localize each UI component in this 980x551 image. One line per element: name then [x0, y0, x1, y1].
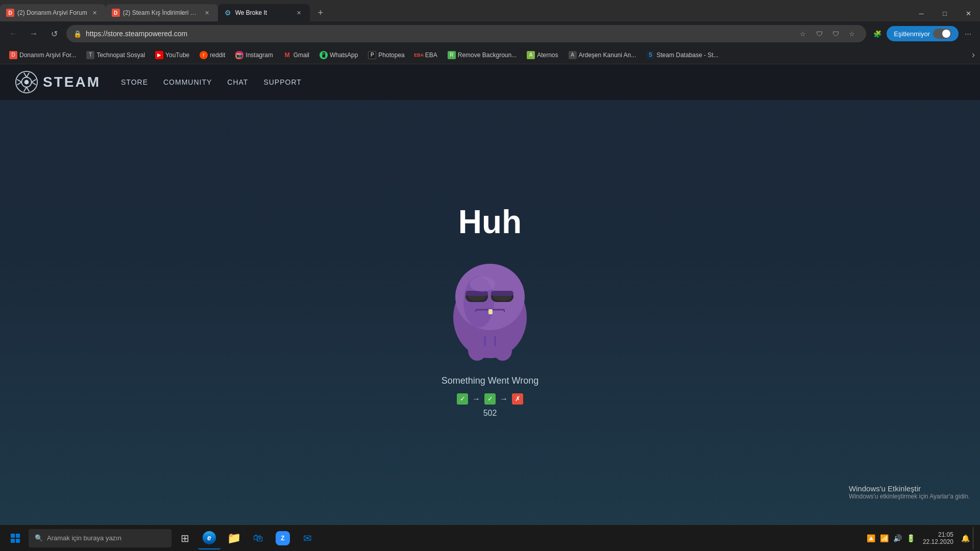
shield2-icon[interactable]: 🛡: [828, 27, 843, 41]
bookmarks-bar: D Donanım Arşivi For... T Technopat Sosy…: [0, 46, 980, 64]
svg-point-28: [470, 277, 495, 292]
more-options-icon[interactable]: ⋯: [961, 27, 975, 41]
bookmark-ardesenkanu[interactable]: A Ardeşen Kanuni An...: [565, 49, 641, 61]
refresh-button[interactable]: ↺: [46, 26, 62, 42]
nav-chat[interactable]: CHAT: [227, 78, 248, 86]
tab-3-favicon: ⚙: [224, 9, 232, 17]
youtube-label: YouTube: [165, 52, 189, 59]
tab-3-close[interactable]: ✕: [295, 8, 304, 17]
zoom-button[interactable]: Z: [272, 527, 294, 549]
tab-2-title: (2) Steam Kış İndirimleri 2020 | D: [123, 9, 200, 16]
tab-1-favicon: D: [6, 9, 14, 17]
tray-sound-icon[interactable]: 🔊: [892, 533, 903, 544]
bookmark-whatsapp[interactable]: 📱 WhatsApp: [315, 49, 362, 61]
tray-network-icon[interactable]: 🔼: [866, 533, 877, 544]
eba-label: EBA: [425, 52, 437, 59]
bookmarks-more[interactable]: ›: [972, 49, 975, 60]
extensions-icon[interactable]: 🧩: [870, 27, 885, 41]
photopea-label: Photopea: [378, 52, 404, 59]
bookmark-photopea[interactable]: P Photopea: [364, 49, 408, 61]
forward-button[interactable]: →: [26, 26, 42, 42]
show-desktop-button[interactable]: [973, 527, 976, 549]
store-icon: 🛍: [253, 532, 263, 544]
bookmark-eba[interactable]: EBA EBA: [411, 49, 442, 61]
bookmark-donanim[interactable]: D Donanım Arşivi For...: [5, 49, 80, 61]
nav-community[interactable]: COMMUNITY: [163, 78, 212, 86]
file-icon: 📁: [227, 532, 241, 545]
window-controls: ─ □ ✕: [910, 5, 980, 21]
arrow-icon-2: →: [500, 394, 508, 404]
bookmark-reddit[interactable]: r reddit: [195, 49, 229, 61]
steam-mascot-container: [439, 251, 541, 365]
add-tab-button[interactable]: +: [312, 4, 329, 21]
minimize-button[interactable]: ─: [910, 5, 933, 21]
close-button[interactable]: ✕: [957, 5, 980, 21]
donanim-favicon: D: [9, 51, 17, 59]
instagram-favicon: 📷: [235, 51, 243, 59]
file-explorer-button[interactable]: 📁: [223, 527, 245, 549]
technopat-favicon: T: [86, 51, 94, 59]
error-heading: Huh: [458, 203, 522, 241]
removebg-label: Remove Backgroun...: [458, 52, 517, 59]
tray-wifi-icon[interactable]: 📶: [879, 533, 890, 544]
check-icon-2: ✓: [484, 393, 496, 405]
svg-rect-19: [491, 291, 513, 296]
task-view-button[interactable]: ⊞: [174, 527, 196, 549]
tab-2-favicon: D: [112, 9, 120, 17]
tab-2-close[interactable]: ✕: [203, 8, 212, 17]
profile-label: Eşitlenmiyor: [894, 30, 930, 38]
bookmark-instagram[interactable]: 📷 Instagram: [231, 49, 277, 61]
mail-button[interactable]: ✉: [296, 527, 318, 549]
x-icon: ✗: [512, 393, 523, 405]
bookmark-removebg[interactable]: R Remove Backgroun...: [444, 49, 521, 61]
nav-store[interactable]: STORE: [121, 78, 148, 86]
svg-line-4: [17, 80, 22, 82]
address-bar-row: ← → ↺ 🔒 https://store.steampowered.com ☆…: [0, 21, 980, 46]
star-icon[interactable]: ☆: [796, 27, 810, 41]
aternos-favicon: A: [527, 51, 535, 59]
sync-toggle[interactable]: [933, 29, 951, 39]
profile-button[interactable]: Eşitlenmiyor: [887, 26, 959, 41]
edge-icon: e: [203, 531, 216, 544]
bookmark-aternos[interactable]: A Aternos: [523, 49, 562, 61]
svg-line-5: [32, 82, 36, 85]
svg-point-25: [494, 340, 512, 361]
windows-activation-watermark: Windows'u Etkinleştir Windows'u etkinleş…: [849, 484, 970, 500]
tray-battery-icon[interactable]: 🔋: [905, 533, 917, 544]
tab-2[interactable]: D (2) Steam Kış İndirimleri 2020 | D ✕: [106, 4, 218, 21]
bookmark-icon[interactable]: ☆: [845, 27, 859, 41]
store-button[interactable]: 🛍: [247, 527, 270, 549]
svg-line-9: [24, 87, 27, 92]
browser-chrome: D (2) Donanım Arşivi Forum ✕ D (2) Steam…: [0, 0, 980, 64]
donanim-label: Donanım Arşivi For...: [19, 52, 76, 59]
bookmark-youtube[interactable]: ▶ YouTube: [151, 49, 193, 61]
browser-actions: 🧩 Eşitlenmiyor ⋯: [870, 26, 975, 41]
system-clock[interactable]: 21:05 22.12.2020: [919, 531, 958, 545]
svg-point-24: [468, 340, 486, 361]
windows-activate-title: Windows'u Etkinleştir: [849, 484, 970, 493]
technopat-label: Technopat Sosyal: [96, 52, 145, 59]
maximize-button[interactable]: □: [933, 5, 957, 21]
tab-3[interactable]: ⚙ We Broke It ✕: [218, 4, 310, 21]
taskbar-search[interactable]: 🔍 Aramak için buraya yazın: [29, 529, 172, 547]
nav-support[interactable]: SUPPORT: [263, 78, 301, 86]
bookmark-steamdb[interactable]: S Steam Database - St...: [642, 49, 722, 61]
steam-logo[interactable]: STEAM: [15, 71, 101, 93]
notification-icon[interactable]: 🔔: [960, 533, 971, 544]
steam-main-content: Huh: [0, 100, 980, 551]
tab-1[interactable]: D (2) Donanım Arşivi Forum ✕: [0, 4, 106, 21]
start-button[interactable]: [4, 527, 27, 549]
shield-icon[interactable]: 🛡: [812, 27, 826, 41]
tab-1-close[interactable]: ✕: [90, 8, 100, 17]
gmail-favicon: M: [283, 51, 291, 59]
back-button[interactable]: ←: [5, 26, 21, 42]
bookmark-technopat[interactable]: T Technopat Sosyal: [82, 49, 149, 61]
reddit-label: reddit: [210, 52, 225, 59]
address-field[interactable]: 🔒 https://store.steampowered.com ☆ 🛡 🛡 ☆: [66, 25, 866, 42]
edge-taskbar-button[interactable]: e: [198, 527, 220, 549]
aternos-label: Aternos: [537, 52, 558, 59]
lock-icon: 🔒: [74, 30, 82, 38]
steam-logo-text: STEAM: [43, 74, 101, 90]
bookmark-gmail[interactable]: M Gmail: [279, 49, 313, 61]
steam-logo-icon: [15, 71, 38, 93]
